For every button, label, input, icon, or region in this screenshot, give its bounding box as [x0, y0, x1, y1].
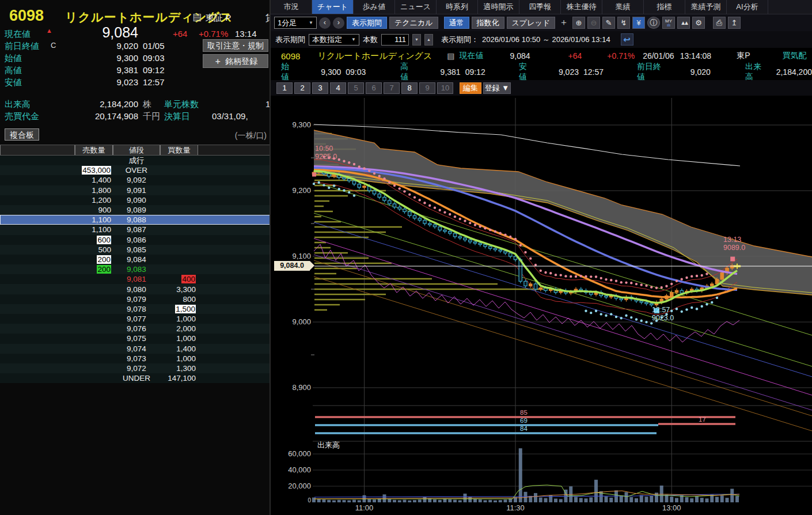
row-value: 9,020	[69, 41, 138, 51]
prev-button[interactable]: ‹	[319, 17, 331, 29]
chart-area[interactable]: 9,084.0	[271, 96, 812, 515]
period-button[interactable]: 表示期間	[347, 17, 387, 29]
bar-count-input[interactable]: 111	[381, 34, 409, 46]
price: 9,076	[113, 324, 160, 333]
order-book-row[interactable]: 9,0741,400	[0, 344, 271, 354]
order-book-row[interactable]: 成行	[0, 156, 271, 165]
order-book-row[interactable]: 9,0751,000	[0, 334, 271, 343]
chart-slot-button-2[interactable]: 2	[294, 82, 310, 94]
my-chart-icon[interactable]: MYılı	[662, 17, 675, 29]
order-book-row[interactable]: 9,0803,300	[0, 284, 271, 294]
tab-チャート[interactable]: チャート	[312, 0, 354, 14]
order-book-row[interactable]: 9,0762,000	[0, 324, 271, 334]
order-book-row[interactable]: 2009,084	[0, 255, 271, 264]
tab-四季報[interactable]: 四季報	[519, 0, 561, 14]
order-book-row[interactable]: 9,079800	[0, 294, 271, 304]
order-book-row[interactable]: 9,0731,000	[0, 354, 271, 363]
tab-業績予測[interactable]: 業績予測	[685, 0, 727, 14]
register-button[interactable]: 登録 ▼	[483, 82, 511, 94]
info2-value: 9,020	[664, 67, 711, 77]
reset-period-icon[interactable]: ↩	[621, 33, 633, 46]
col-price: 値段	[113, 145, 160, 155]
order-book-row[interactable]: UNDER147,100	[0, 373, 271, 383]
settings-wrench-icon[interactable]: ⚙	[692, 17, 705, 29]
indexed-mode-button[interactable]: 指数化	[472, 17, 504, 29]
price: 9,078	[113, 305, 160, 313]
order-book-row[interactable]: 1,1009,087	[0, 225, 271, 234]
tab-業績[interactable]: 業績	[602, 0, 644, 14]
order-book-row[interactable]: 6009,086	[0, 235, 271, 245]
draw-pencil-icon[interactable]: ✎	[602, 17, 615, 29]
chart-slot-button-1[interactable]: 1	[276, 82, 293, 94]
normal-mode-button[interactable]: 通常	[444, 17, 469, 29]
svg-text:9,100: 9,100	[292, 252, 311, 260]
price: 9,072	[113, 364, 160, 373]
chart-slot-button-4[interactable]: 4	[330, 82, 346, 94]
price: 9,085	[113, 245, 160, 254]
chart-slot-button-3[interactable]: 3	[312, 82, 328, 94]
chart-slot-button-9[interactable]: 9	[419, 82, 435, 94]
register-stock-button[interactable]: ＋銘柄登録	[203, 54, 268, 68]
order-book-row[interactable]: 9,0781,500	[0, 304, 271, 314]
quote-state: 買気配	[783, 51, 807, 61]
trading-terminal: 6098 リクルートホールディングス ▤ 東証 P 貸 現在値 ▲ 9,084 …	[0, 0, 812, 515]
mountain-chart-icon[interactable]: ▲▲	[677, 17, 690, 29]
order-book-row[interactable]: 1,1009,088	[0, 215, 271, 225]
tab-時系列[interactable]: 時系列	[437, 0, 478, 14]
composite-board-button[interactable]: 複合板	[5, 128, 39, 141]
tab-ニュース[interactable]: ニュース	[395, 0, 437, 14]
order-book-row[interactable]: 9,0771,000	[0, 314, 271, 324]
current-price-tag: 9,084.0	[274, 261, 310, 271]
interval-select[interactable]: 1分足▼	[274, 17, 317, 29]
technical-button[interactable]: テクニカル	[389, 17, 438, 29]
yen-display-icon[interactable]: ¥	[632, 17, 645, 29]
chart-slot-button-8[interactable]: 8	[401, 82, 418, 94]
print-icon[interactable]: ⎙	[713, 17, 726, 29]
export-icon[interactable]: ↥	[728, 17, 741, 29]
period-mode-select[interactable]: 本数指定▼	[309, 34, 359, 46]
order-book-row[interactable]: 453,000OVER	[0, 165, 271, 175]
edit-button[interactable]: 編集	[460, 82, 481, 94]
count-up-button[interactable]: ▲	[424, 34, 433, 46]
price-chart[interactable]: 9,3009,2009,1009,0008,90011:0011:3013:00…	[271, 96, 812, 515]
sell-qty: 600	[75, 236, 113, 244]
svg-text:9,300: 9,300	[292, 120, 311, 129]
document-icon[interactable]: ▤	[192, 11, 202, 23]
spread-mode-button[interactable]: スプレッド	[507, 17, 556, 29]
order-book-row[interactable]: 2009,083	[0, 264, 271, 274]
svg-text:11:30: 11:30	[506, 503, 525, 512]
order-book-row[interactable]: 1,4009,092	[0, 175, 271, 185]
info-icon[interactable]: ⓘ	[647, 17, 660, 29]
next-button[interactable]: ›	[333, 17, 344, 29]
count-down-button[interactable]: ▼	[412, 34, 421, 46]
info2-label: 始値	[281, 62, 295, 82]
buy-qty: 1,300	[160, 364, 198, 373]
order-book-row[interactable]: 1,2009,090	[0, 195, 271, 205]
svg-text:9225.0: 9225.0	[315, 153, 337, 161]
tab-株主優待[interactable]: 株主優待	[561, 0, 602, 14]
info-stock-code: 6098	[281, 51, 300, 61]
tab-AI分析[interactable]: AI分析	[727, 0, 768, 14]
info2-label: 出来高	[745, 62, 765, 82]
crosshair-plus-icon[interactable]: ＋	[557, 17, 570, 29]
tab-歩み値[interactable]: 歩み値	[354, 0, 395, 14]
zoom-in-icon[interactable]: ⊕	[572, 17, 585, 29]
document-icon[interactable]: ▤	[447, 51, 454, 60]
chart-slot-button-10[interactable]: 10	[437, 82, 453, 94]
chart-slot-button-7[interactable]: 7	[384, 82, 400, 94]
buy-qty: 1,000	[160, 315, 198, 323]
order-book-row[interactable]: 9,081400	[0, 274, 271, 284]
trendline-icon[interactable]: ↯	[617, 17, 630, 29]
tab-市況[interactable]: 市況	[271, 0, 312, 14]
zoom-out-icon[interactable]: ⊖	[587, 17, 600, 29]
trade-caution-button[interactable]: 取引注意・規制	[203, 39, 268, 52]
order-book-row[interactable]: 1,8009,091	[0, 185, 271, 195]
stock-code: 6098	[9, 7, 44, 25]
order-book-row[interactable]: 9009,089	[0, 205, 271, 215]
chart-slot-button-5[interactable]: 5	[348, 82, 364, 94]
tab-適時開示[interactable]: 適時開示	[478, 0, 519, 14]
order-book-row[interactable]: 9,0721,300	[0, 363, 271, 373]
tab-指標[interactable]: 指標	[644, 0, 685, 14]
order-book-row[interactable]: 5009,085	[0, 245, 271, 255]
chart-slot-button-6[interactable]: 6	[366, 82, 382, 94]
